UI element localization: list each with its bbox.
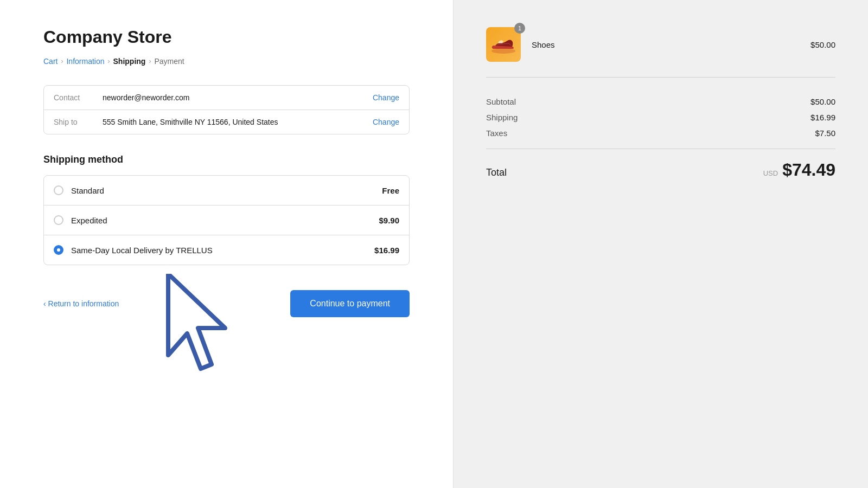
return-to-information-link[interactable]: ‹ Return to information xyxy=(43,299,119,308)
product-quantity-badge: 1 xyxy=(514,23,525,34)
breadcrumb-information[interactable]: Information xyxy=(66,57,104,66)
breadcrumb-sep-2: › xyxy=(108,57,110,65)
actions-row: ‹ Return to information Continue to paym… xyxy=(43,290,410,317)
taxes-label: Taxes xyxy=(486,129,507,138)
shipping-label: Shipping xyxy=(486,113,518,122)
option-price-standard: Free xyxy=(382,186,399,195)
total-divider xyxy=(486,149,835,149)
svg-point-1 xyxy=(492,48,515,54)
summary-rows: Subtotal $50.00 Shipping $16.99 Taxes $7… xyxy=(486,97,835,138)
breadcrumb: Cart › Information › Shipping › Payment xyxy=(43,57,410,66)
ship-to-change[interactable]: Change xyxy=(373,118,399,126)
option-label-expedited: Expedited xyxy=(71,216,379,225)
option-price-expedited: $9.90 xyxy=(379,216,399,225)
shipping-row: Shipping $16.99 xyxy=(486,113,835,122)
ship-to-value: 555 Smith Lane, Smithville NY 11566, Uni… xyxy=(103,118,373,126)
radio-expedited[interactable] xyxy=(54,215,63,225)
product-name: Shoes xyxy=(532,40,800,49)
subtotal-row: Subtotal $50.00 xyxy=(486,97,835,106)
contact-value: neworder@neworder.com xyxy=(103,93,373,102)
contact-change[interactable]: Change xyxy=(373,93,399,102)
shipping-value: $16.99 xyxy=(810,113,835,122)
breadcrumb-shipping: Shipping xyxy=(113,57,146,66)
store-title: Company Store xyxy=(43,27,410,47)
shipping-option-standard[interactable]: Standard Free xyxy=(44,176,409,205)
order-summary-panel: 1 Shoes $50.00 Subtotal $50.00 Shipping … xyxy=(453,0,868,488)
taxes-row: Taxes $7.50 xyxy=(486,129,835,138)
taxes-value: $7.50 xyxy=(815,129,835,138)
continue-to-payment-button[interactable]: Continue to payment xyxy=(290,290,410,317)
subtotal-value: $50.00 xyxy=(810,97,835,106)
ship-to-label: Ship to xyxy=(54,118,103,126)
total-row: Total USD $74.49 xyxy=(486,160,835,180)
checkout-left-panel: Company Store Cart › Information › Shipp… xyxy=(0,0,453,488)
breadcrumb-payment: Payment xyxy=(154,57,184,66)
option-label-sameday: Same-Day Local Delivery by TRELLUS xyxy=(71,246,374,255)
contact-info-box: Contact neworder@neworder.com Change Shi… xyxy=(43,85,410,134)
shoe-icon xyxy=(489,34,518,55)
product-image xyxy=(486,27,521,62)
ship-to-row: Ship to 555 Smith Lane, Smithville NY 11… xyxy=(44,110,409,134)
total-currency: USD xyxy=(763,169,778,177)
shipping-options-list: Standard Free Expedited $9.90 Same-Day L… xyxy=(43,175,410,265)
total-value-wrap: USD $74.49 xyxy=(763,160,835,180)
total-label: Total xyxy=(486,167,507,178)
option-price-sameday: $16.99 xyxy=(374,246,399,255)
cursor-arrow-icon xyxy=(157,274,244,382)
contact-row: Contact neworder@neworder.com Change xyxy=(44,86,409,110)
svg-marker-0 xyxy=(168,274,225,369)
order-item-row: 1 Shoes $50.00 xyxy=(486,27,835,78)
radio-standard[interactable] xyxy=(54,185,63,195)
breadcrumb-sep-3: › xyxy=(149,57,151,65)
subtotal-label: Subtotal xyxy=(486,97,516,106)
contact-label: Contact xyxy=(54,93,103,102)
shipping-method-title: Shipping method xyxy=(43,154,410,165)
product-image-wrap: 1 xyxy=(486,27,521,62)
total-amount: $74.49 xyxy=(782,160,835,180)
option-label-standard: Standard xyxy=(71,186,382,195)
product-price: $50.00 xyxy=(810,40,835,49)
radio-sameday[interactable] xyxy=(54,245,63,255)
breadcrumb-sep-1: › xyxy=(61,57,63,65)
breadcrumb-cart[interactable]: Cart xyxy=(43,57,58,66)
shipping-option-sameday[interactable]: Same-Day Local Delivery by TRELLUS $16.9… xyxy=(44,235,409,265)
shipping-option-expedited[interactable]: Expedited $9.90 xyxy=(44,205,409,235)
